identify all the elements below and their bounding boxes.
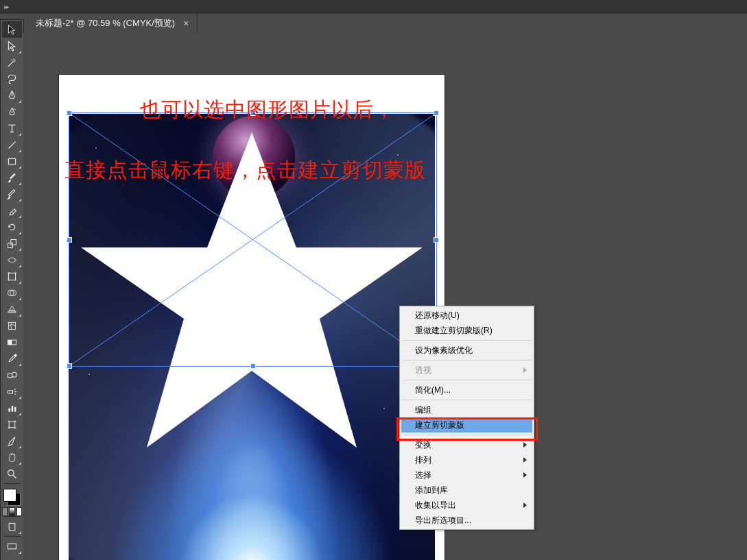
svg-point-17	[12, 372, 17, 377]
width-tool[interactable]	[2, 252, 22, 268]
pen-tool[interactable]	[2, 87, 22, 104]
svg-rect-5	[8, 273, 15, 280]
canvas-area[interactable]: 也可以选中图形图片以后， 直接点击鼠标右键，点击建立剪切蒙版 还原移动(U) 重…	[23, 33, 747, 560]
svg-rect-15	[14, 353, 17, 356]
svg-point-6	[8, 272, 9, 273]
fill-color-swatch[interactable]	[3, 489, 16, 502]
direct-selection-tool[interactable]	[2, 38, 22, 54]
color-mode-none[interactable]	[16, 507, 22, 516]
gradient-tool[interactable]	[2, 334, 22, 350]
eyedropper-tool[interactable]	[2, 350, 22, 367]
perspective-grid-tool[interactable]	[2, 301, 22, 317]
shape-builder-tool[interactable]	[2, 284, 22, 301]
svg-point-9	[14, 279, 16, 280]
menu-add-to-library[interactable]: 添加到库	[401, 483, 532, 498]
eraser-tool[interactable]	[2, 202, 22, 219]
symbol-sprayer-tool[interactable]	[2, 383, 22, 400]
blend-tool[interactable]	[2, 367, 22, 383]
mesh-tool[interactable]	[2, 317, 22, 334]
svg-rect-19	[8, 408, 10, 411]
menu-transform[interactable]: 变换	[401, 437, 532, 452]
column-graph-tool[interactable]	[2, 400, 22, 416]
svg-rect-20	[12, 406, 14, 412]
svg-rect-24	[9, 523, 15, 530]
menu-export-selection[interactable]: 导出所选项目...	[401, 513, 532, 528]
line-segment-tool[interactable]	[2, 136, 22, 153]
svg-rect-21	[14, 406, 16, 411]
menu-arrange[interactable]: 排列	[401, 452, 532, 467]
document-tab-strip: 未标题-2* @ 70.59 % (CMYK/预览) ×	[0, 14, 747, 34]
svg-point-8	[8, 279, 9, 280]
scale-tool[interactable]	[2, 235, 22, 252]
svg-point-7	[14, 272, 16, 273]
menu-redo-make-clipping-mask[interactable]: 重做建立剪切蒙版(R)	[401, 323, 532, 338]
document-tab[interactable]: 未标题-2* @ 70.59 % (CMYK/预览) ×	[27, 14, 198, 33]
svg-rect-4	[11, 239, 16, 245]
rotate-tool[interactable]	[2, 219, 22, 235]
zoom-tool[interactable]	[2, 465, 22, 482]
svg-rect-2	[8, 158, 15, 165]
toolbox: •••	[0, 19, 24, 560]
document-tab-title: 未标题-2* @ 70.59 % (CMYK/预览)	[36, 17, 175, 29]
slice-tool[interactable]	[2, 433, 22, 449]
draw-mode[interactable]	[2, 518, 22, 535]
type-tool[interactable]	[2, 120, 22, 136]
svg-rect-22	[9, 422, 15, 428]
shaper-tool[interactable]	[2, 186, 22, 202]
expand-panels-icon[interactable]: ▸▸	[4, 3, 14, 10]
menu-perspective: 透视	[401, 363, 532, 378]
magic-wand-tool[interactable]	[2, 54, 22, 71]
annotation-line-2: 直接点击鼠标右键，点击建立剪切蒙版	[64, 156, 426, 184]
menu-undo-move[interactable]: 还原移动(U)	[401, 308, 532, 323]
svg-rect-18	[8, 390, 13, 393]
menu-select[interactable]: 选择	[401, 467, 532, 483]
close-tab-icon[interactable]: ×	[183, 18, 189, 29]
curvature-tool[interactable]	[2, 104, 22, 120]
svg-rect-3	[8, 243, 13, 247]
paintbrush-tool[interactable]	[2, 169, 22, 186]
hand-tool[interactable]	[2, 449, 22, 465]
context-menu: 还原移动(U) 重做建立剪切蒙版(R) 设为像素级优化 透视 简化(M)... …	[399, 306, 534, 530]
menu-make-clipping-mask[interactable]: 建立剪切蒙版	[401, 417, 532, 433]
svg-rect-14	[8, 340, 12, 345]
color-mode-solid[interactable]	[2, 507, 8, 516]
svg-rect-16	[8, 373, 12, 377]
app-topbar: ▸▸	[0, 0, 747, 14]
svg-rect-12	[8, 322, 15, 329]
svg-rect-25	[8, 544, 16, 549]
color-mode-gradient[interactable]	[9, 507, 14, 516]
svg-point-23	[8, 470, 14, 476]
menu-group[interactable]: 编组	[401, 402, 532, 417]
menu-make-pixel-perfect[interactable]: 设为像素级优化	[401, 343, 532, 358]
screen-mode[interactable]	[2, 538, 22, 555]
rectangle-tool[interactable]	[2, 153, 22, 169]
annotation-line-1: 也可以选中图形图片以后，	[140, 96, 395, 124]
svg-point-1	[11, 111, 12, 112]
lasso-tool[interactable]	[2, 71, 22, 87]
svg-point-0	[12, 95, 13, 96]
menu-simplify[interactable]: 简化(M)...	[401, 382, 532, 398]
artboard-tool[interactable]	[2, 416, 22, 433]
fill-stroke-swatch[interactable]	[2, 487, 22, 507]
free-transform-tool[interactable]	[2, 268, 22, 284]
selection-tool[interactable]	[2, 21, 22, 38]
color-mode-row	[2, 507, 22, 515]
menu-collect-for-export[interactable]: 收集以导出	[401, 498, 532, 513]
